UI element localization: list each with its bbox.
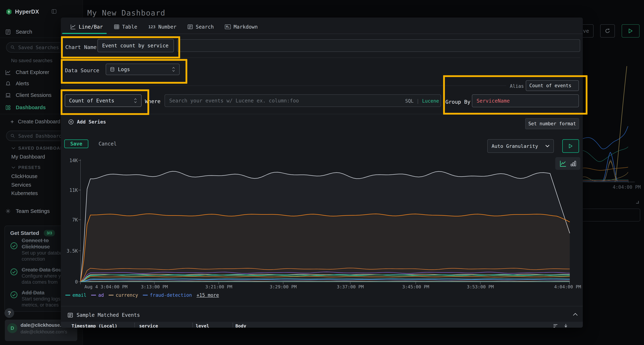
tile-resize-handle[interactable]: [636, 201, 638, 203]
tab-markdown[interactable]: M↓ Markdown: [225, 24, 258, 30]
granularity-select[interactable]: Auto Granularity: [487, 139, 554, 153]
sidebar-item-my-dashboard[interactable]: My Dashboard: [11, 154, 45, 160]
line-chart-icon: [70, 24, 76, 29]
markdown-icon: M↓: [225, 24, 230, 29]
tab-line-bar[interactable]: Line/Bar: [70, 24, 103, 30]
tabs-underline: [61, 34, 583, 34]
search-icon: [10, 45, 15, 50]
plus-icon: [10, 120, 14, 124]
create-dashboard-label: Create Dashboard: [18, 119, 60, 125]
avatar: D: [7, 323, 17, 333]
chevron-down-icon: [545, 145, 550, 147]
y-tick: 14K: [61, 158, 78, 163]
gear-icon: [5, 208, 11, 214]
check-circle-icon: [10, 291, 18, 299]
collapse-sidebar-icon[interactable]: [52, 9, 56, 13]
sidebar-item-label: Alerts: [16, 81, 29, 86]
sidebar-item-dashboards[interactable]: Dashboards: [5, 105, 46, 110]
download-arrow-icon[interactable]: [564, 324, 568, 328]
sort-lines-icon[interactable]: [553, 324, 558, 328]
search-list-icon: [188, 24, 193, 29]
tab-table[interactable]: Table: [114, 24, 137, 30]
background-tile-chart: [582, 52, 644, 223]
legend-item-ad[interactable]: ad: [91, 293, 104, 298]
annotation-data-source: [61, 59, 187, 84]
x-tick: 3:45:00 PM: [402, 284, 429, 289]
granularity-value: Auto Granularity: [492, 143, 538, 149]
sidebar-item-services[interactable]: Services: [11, 182, 31, 188]
add-series-button[interactable]: Add Series: [68, 119, 106, 125]
cancel-button[interactable]: Cancel: [98, 141, 117, 147]
y-tick: 7K: [61, 217, 78, 223]
dashboards-icon: [5, 105, 11, 110]
lang-lucene[interactable]: Lucene: [422, 98, 439, 104]
x-tick: 3:37:00 PM: [337, 284, 364, 289]
lang-separator: |: [416, 98, 419, 104]
list-icon: [68, 313, 73, 318]
chart-name-extension-box[interactable]: [177, 39, 580, 52]
table-icon: [114, 24, 119, 29]
plus-circle-icon: [68, 119, 74, 125]
user-email: dale@clickhouse.c: [20, 323, 64, 328]
sidebar-item-label: Dashboards: [16, 105, 46, 110]
get-started-badge: 3/3: [44, 230, 55, 236]
tile-x-axis-label: 4:04:00 PM: [613, 184, 641, 190]
legend-item-fraud-detection[interactable]: fraud-detection: [143, 293, 192, 298]
help-button[interactable]: ?: [4, 308, 14, 318]
bell-icon: [5, 81, 11, 86]
sidebar-item-label: Chart Explorer: [16, 69, 49, 75]
tab-number[interactable]: 123 Number: [148, 24, 176, 30]
legend-item-currency[interactable]: currency: [108, 293, 138, 298]
hyperdx-logo-icon: [6, 9, 12, 15]
sidebar-item-search[interactable]: Search: [5, 29, 32, 35]
divider: [61, 306, 583, 306]
sample-events-header[interactable]: Sample Matched Events: [68, 312, 140, 318]
sidebar-item-clickhouse[interactable]: ClickHouse: [11, 173, 38, 179]
run-query-button[interactable]: [622, 24, 640, 37]
x-tick: 3:29:00 PM: [270, 284, 297, 289]
column-header-timestamp[interactable]: Timestamp (Local): [72, 323, 117, 328]
query-language-toggle: SQL | Lucene: [405, 98, 439, 104]
sidebar-item-label: Search: [16, 29, 32, 35]
active-tab-indicator: [62, 33, 106, 34]
where-input[interactable]: [164, 94, 441, 107]
y-tick: 11K: [61, 188, 78, 193]
section-presets[interactable]: PRESETS: [12, 165, 41, 170]
search-icon: [10, 134, 15, 138]
check-circle-icon: [10, 242, 18, 250]
events-table-header: Timestamp (Local) service level Body: [61, 322, 583, 328]
refresh-button[interactable]: [600, 24, 615, 37]
series-line-svc-teal: [80, 282, 570, 282]
x-tick: 3:13:00 PM: [141, 284, 168, 289]
tab-search[interactable]: Search: [188, 24, 214, 30]
sidebar-item-chart-explorer[interactable]: Chart Explorer: [5, 69, 49, 75]
chevron-down-icon: [12, 166, 16, 169]
number-123-icon: 123: [148, 25, 156, 29]
chart-explorer-icon: [5, 70, 11, 75]
column-header-level[interactable]: level: [196, 323, 209, 328]
run-chart-button[interactable]: [562, 139, 579, 153]
brand[interactable]: HyperDX: [6, 8, 39, 15]
create-dashboard-button[interactable]: Create Dashboard: [10, 119, 60, 125]
collapse-section-icon[interactable]: [573, 313, 578, 316]
x-tick: 3:21:00 PM: [205, 284, 232, 289]
search-logs-icon: [5, 29, 11, 35]
brand-name: HyperDX: [15, 8, 39, 15]
sidebar-item-team-settings[interactable]: Team Settings: [5, 208, 50, 214]
main-chart[interactable]: [61, 156, 583, 304]
legend-more-link[interactable]: +15 more: [196, 293, 219, 298]
lang-sql[interactable]: SQL: [405, 98, 414, 104]
legend-item-email[interactable]: email: [65, 293, 86, 298]
column-header-body[interactable]: Body: [236, 323, 246, 328]
play-icon: [568, 144, 573, 148]
play-icon: [628, 28, 633, 33]
save-button[interactable]: Save: [64, 139, 88, 148]
sidebar-item-alerts[interactable]: Alerts: [5, 81, 29, 86]
sidebar-item-kubernetes[interactable]: Kubernetes: [11, 190, 38, 196]
y-tick: 0: [61, 279, 78, 285]
team-settings-label: Team Settings: [16, 208, 50, 214]
sidebar-item-client-sessions[interactable]: Client Sessions: [5, 92, 52, 98]
set-number-format-button[interactable]: Set number format: [525, 118, 579, 129]
y-tick: 3.5K: [61, 248, 78, 254]
column-header-service[interactable]: service: [139, 323, 158, 328]
